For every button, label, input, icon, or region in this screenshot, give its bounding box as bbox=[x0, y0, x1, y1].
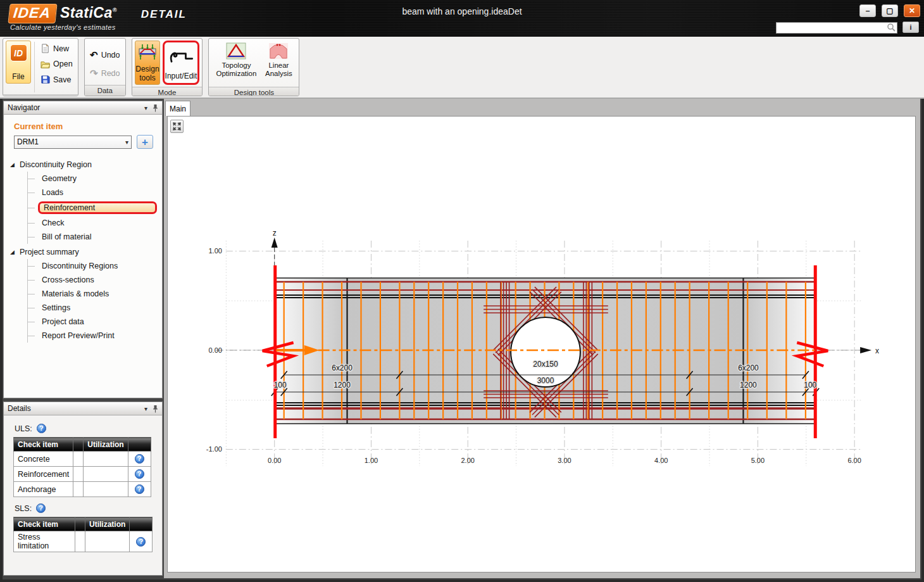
main-content: Navigator ▾ Current item DRM1 ▾ + ◢Di bbox=[3, 99, 921, 579]
column-help bbox=[128, 438, 151, 452]
dimension-label: 3000 bbox=[537, 376, 554, 385]
nav-item-label: Loads bbox=[38, 187, 67, 198]
redo-button-label: Redo bbox=[101, 69, 120, 78]
navigator-title: Navigator bbox=[8, 103, 40, 112]
title-bar: IDEA StatiCa® DETAIL Calculate yesterday… bbox=[0, 0, 924, 37]
help-icon[interactable]: ? bbox=[135, 469, 144, 479]
drawing-canvas[interactable]: 0.001.002.003.004.005.006.001.000.00-1.0… bbox=[167, 116, 916, 573]
nav-item-bill-of-material[interactable]: Bill of material bbox=[28, 230, 162, 244]
nav-item-label: Check bbox=[38, 218, 68, 228]
save-floppy-icon bbox=[41, 75, 50, 84]
file-button[interactable]: ID File bbox=[6, 41, 31, 84]
minimize-button[interactable]: – bbox=[859, 4, 876, 17]
x-axis-label: x bbox=[875, 346, 879, 355]
nav-item-label: Geometry bbox=[38, 174, 80, 184]
nav-item-materials-models[interactable]: Materials & models bbox=[28, 287, 162, 301]
application-window: IDEA StatiCa® DETAIL Calculate yesterday… bbox=[0, 0, 924, 582]
dimension-label: 100 bbox=[804, 381, 816, 389]
utilization-value bbox=[84, 482, 128, 497]
undo-button[interactable]: ↶ Undo bbox=[87, 48, 122, 61]
panel-collapse-icon[interactable]: ▾ bbox=[144, 405, 147, 412]
column-gap bbox=[73, 438, 84, 452]
tree-expander-icon[interactable]: ◢ bbox=[10, 161, 15, 168]
nav-item-settings[interactable]: Settings bbox=[28, 301, 162, 315]
panel-collapse-icon[interactable]: ▾ bbox=[144, 104, 147, 111]
nav-section-1[interactable]: ◢Project summary bbox=[10, 245, 162, 259]
cell-gap bbox=[73, 452, 84, 467]
current-item-select[interactable]: DRM1 ▾ bbox=[14, 136, 132, 149]
input-edit-mode-button[interactable]: Input/Edit bbox=[163, 41, 199, 85]
pin-icon[interactable] bbox=[153, 405, 158, 413]
y-axis-tick: 1.00 bbox=[208, 247, 222, 255]
utilization-value bbox=[84, 467, 128, 482]
chevron-down-icon: ▾ bbox=[125, 139, 128, 146]
beam-drawing: 0.001.002.003.004.005.006.001.000.00-1.0… bbox=[168, 117, 915, 572]
tab-main[interactable]: Main bbox=[165, 101, 190, 116]
column-help bbox=[130, 517, 153, 531]
file-logo-icon: ID bbox=[10, 44, 27, 61]
nav-item-check[interactable]: Check bbox=[28, 216, 162, 230]
new-button[interactable]: New bbox=[38, 42, 75, 55]
nav-item-label: Discontinuity Regions bbox=[38, 261, 122, 271]
cell-gap bbox=[73, 467, 84, 482]
sls-label: SLS: bbox=[15, 504, 32, 513]
y-axis-tick: -1.00 bbox=[206, 445, 222, 453]
pin-icon[interactable] bbox=[153, 104, 158, 112]
tree-expander-icon[interactable]: ◢ bbox=[10, 249, 15, 255]
add-item-button[interactable]: + bbox=[137, 135, 153, 149]
close-button[interactable]: ✕ bbox=[904, 4, 920, 17]
column-check-item: Check item bbox=[14, 438, 73, 452]
cell-help: ? bbox=[128, 467, 151, 482]
linear-analysis-label: Linear Analysis bbox=[261, 61, 296, 78]
help-icon[interactable]: ? bbox=[36, 503, 46, 513]
x-axis-tick: 4.00 bbox=[654, 457, 668, 464]
nav-section-label: Discontinuity Region bbox=[20, 160, 92, 169]
nav-item-label: Cross-sections bbox=[38, 275, 98, 285]
group-label-data: Data bbox=[85, 85, 125, 96]
linear-analysis-button[interactable]: Linear Analysis bbox=[261, 41, 296, 85]
info-button[interactable]: i bbox=[902, 22, 919, 33]
help-icon[interactable]: ? bbox=[135, 454, 144, 464]
nav-item-reinforcement[interactable]: Reinforcement bbox=[28, 199, 162, 216]
dimension-label: 20x150 bbox=[533, 360, 558, 369]
redo-button[interactable]: ↷ Redo bbox=[87, 66, 122, 80]
maximize-button[interactable]: ▢ bbox=[882, 4, 898, 17]
check-row: Concrete? bbox=[14, 452, 151, 467]
group-label-mode: Mode bbox=[132, 87, 202, 96]
nav-section-0[interactable]: ◢Discontinuity Region bbox=[10, 158, 162, 172]
group-label-project: Project bbox=[3, 94, 78, 96]
utilization-value bbox=[84, 452, 128, 467]
help-icon[interactable]: ? bbox=[135, 484, 144, 494]
nav-item-project-data[interactable]: Project data bbox=[28, 315, 162, 329]
fit-view-button[interactable] bbox=[170, 120, 184, 133]
help-icon[interactable]: ? bbox=[37, 424, 46, 433]
x-axis-tick: 0.00 bbox=[268, 457, 281, 464]
help-icon[interactable]: ? bbox=[136, 537, 146, 547]
nav-item-loads[interactable]: Loads bbox=[28, 186, 162, 199]
save-button[interactable]: Save bbox=[38, 73, 75, 86]
details-panel: Details ▾ ULS: ? Check item Utilization bbox=[3, 402, 163, 576]
utilization-value bbox=[85, 531, 130, 552]
divider bbox=[34, 42, 35, 92]
ribbon-group-design-tools: Topology Optimization Linear Analysis De… bbox=[208, 38, 299, 96]
open-button[interactable]: Open bbox=[38, 58, 75, 71]
search-input[interactable] bbox=[776, 22, 897, 34]
topology-optimization-icon bbox=[226, 42, 246, 60]
ribbon: ID File New bbox=[0, 37, 924, 99]
dimension-label: 1200 bbox=[740, 381, 757, 389]
group-label-design-tools: Design tools bbox=[209, 87, 299, 96]
dimension-label: 6x200 bbox=[738, 364, 759, 372]
navigator-panel: Navigator ▾ Current item DRM1 ▾ + ◢Di bbox=[3, 101, 163, 398]
dimension-label: 6x200 bbox=[332, 364, 353, 372]
undo-icon: ↶ bbox=[90, 50, 98, 60]
file-button-label: File bbox=[12, 72, 24, 81]
topology-optimization-button[interactable]: Topology Optimization bbox=[211, 41, 261, 85]
nav-item-geometry[interactable]: Geometry bbox=[28, 172, 162, 186]
nav-item-report-preview-print[interactable]: Report Preview/Print bbox=[28, 329, 162, 343]
nav-item-cross-sections[interactable]: Cross-sections bbox=[28, 273, 162, 287]
work-area: Main bbox=[164, 99, 920, 578]
nav-item-discontinuity-regions[interactable]: Discontinuity Regions bbox=[28, 259, 162, 273]
design-tools-mode-button[interactable]: Design tools bbox=[135, 41, 160, 85]
navigator-tree: ◢Discontinuity RegionGeometryLoadsReinfo… bbox=[10, 158, 162, 343]
cell-help: ? bbox=[128, 452, 151, 467]
